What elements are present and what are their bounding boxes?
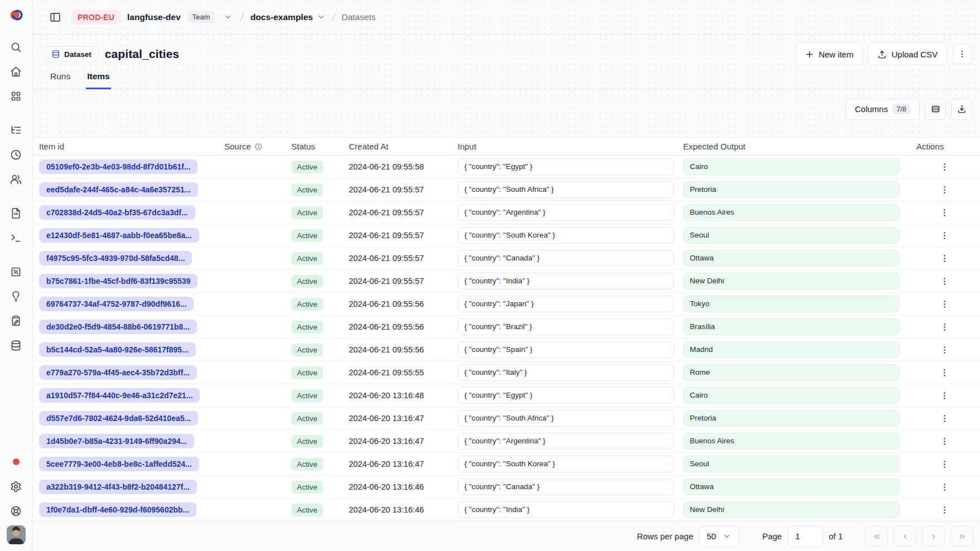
- expected-output-cell[interactable]: Brasília: [683, 318, 900, 335]
- item-id-badge[interactable]: f4975c95-5fc3-4939-970d-58fa5cd48...: [39, 251, 192, 265]
- expected-output-cell[interactable]: Buenos Aires: [683, 433, 900, 450]
- input-cell[interactable]: { "country": "South Africa" }: [458, 181, 674, 198]
- row-actions-button[interactable]: [936, 227, 953, 244]
- item-id-badge[interactable]: 69764737-34af-4752-9787-d90df9616...: [39, 297, 194, 311]
- last-page-button[interactable]: [950, 526, 973, 547]
- item-id-badge[interactable]: 05109ef0-2e3b-4e03-98dd-8f7d01b61f...: [39, 160, 198, 174]
- sidebar-item-insights[interactable]: [6, 286, 26, 306]
- expected-output-cell[interactable]: New Delhi: [683, 501, 900, 518]
- input-cell[interactable]: { "country": "Spain" }: [458, 341, 674, 358]
- export-download-button[interactable]: [951, 99, 972, 120]
- item-id-badge[interactable]: 1d45b0e7-b85a-4231-9149-6ff90a294...: [39, 434, 194, 448]
- row-actions-button[interactable]: [936, 433, 953, 450]
- sidebar-item-settings[interactable]: [6, 476, 26, 496]
- expected-output-cell[interactable]: Cairo: [683, 387, 900, 404]
- input-cell[interactable]: { "country": "South Korea" }: [458, 227, 674, 244]
- input-cell[interactable]: { "country": "Italy" }: [458, 364, 674, 381]
- input-cell[interactable]: { "country": "India" }: [458, 273, 674, 289]
- expected-output-cell[interactable]: Tokyo: [683, 296, 900, 312]
- expected-output-cell[interactable]: Buenos Aires: [683, 204, 900, 221]
- input-cell[interactable]: { "country": "Argentina" }: [458, 433, 674, 450]
- input-cell[interactable]: { "country": "Canada" }: [458, 478, 674, 495]
- input-cell[interactable]: { "country": "Argentina" }: [458, 204, 674, 221]
- row-actions-button[interactable]: [936, 478, 953, 495]
- user-avatar[interactable]: [7, 525, 26, 544]
- column-header-input[interactable]: Input: [458, 142, 683, 151]
- row-height-button[interactable]: [925, 99, 946, 120]
- sidebar-item-users[interactable]: [6, 169, 26, 189]
- row-actions-button[interactable]: [936, 387, 953, 404]
- item-id-badge[interactable]: a1910d57-7f84-440c-9e46-a31c2d7e21...: [39, 388, 200, 403]
- row-actions-button[interactable]: [936, 501, 953, 518]
- item-id-badge[interactable]: 5cee7779-3e00-4eb8-be8c-1affedd524...: [39, 457, 199, 471]
- item-id-badge[interactable]: de30d2e0-f5d9-4854-88b6-0619771b8...: [39, 320, 197, 334]
- item-id-badge[interactable]: 1f0e7da1-dbff-4e60-929d-f6095602bb...: [39, 502, 196, 517]
- input-cell[interactable]: { "country": "South Korea" }: [458, 456, 674, 472]
- sidebar-item-tracing[interactable]: [6, 120, 26, 140]
- row-actions-button[interactable]: [936, 318, 953, 335]
- sidebar-toggle-button[interactable]: [46, 8, 65, 27]
- sidebar-item-sessions[interactable]: [6, 144, 26, 165]
- sidebar-item-dashboards[interactable]: [6, 86, 26, 106]
- input-cell[interactable]: { "country": "Brazil" }: [458, 318, 674, 335]
- item-id-badge[interactable]: eed5dafe-244f-465c-a84c-4a6e357251...: [39, 182, 198, 197]
- row-actions-button[interactable]: [936, 204, 953, 221]
- expected-output-cell[interactable]: Rome: [683, 364, 900, 381]
- previous-page-button[interactable]: [893, 526, 916, 547]
- column-header-status[interactable]: Status: [291, 142, 349, 151]
- item-id-badge[interactable]: c702838d-24d5-40a2-bf35-67dc3a3df...: [39, 205, 195, 220]
- sidebar-item-support[interactable]: [6, 501, 26, 521]
- expected-output-cell[interactable]: Seoul: [683, 227, 900, 244]
- expected-output-cell[interactable]: New Delhi: [683, 273, 900, 289]
- sidebar-item-home[interactable]: [6, 61, 26, 81]
- item-id-badge[interactable]: a322b319-9412-4f43-b8f2-b20484127f...: [39, 480, 197, 494]
- sidebar-item-evaluation[interactable]: [6, 262, 26, 282]
- expected-output-cell[interactable]: Cairo: [683, 158, 900, 175]
- row-actions-button[interactable]: [936, 181, 953, 198]
- row-actions-button[interactable]: [936, 410, 953, 427]
- columns-button[interactable]: Columns 7/8: [846, 99, 920, 120]
- new-item-button[interactable]: New item: [795, 43, 863, 65]
- input-cell[interactable]: { "country": "South Africa" }: [458, 410, 674, 427]
- expected-output-cell[interactable]: Seoul: [683, 456, 900, 472]
- breadcrumb-section[interactable]: Datasets: [342, 12, 376, 22]
- expected-output-cell[interactable]: Ottawa: [683, 250, 900, 267]
- org-switcher-button[interactable]: [222, 11, 234, 23]
- item-id-badge[interactable]: e779a270-579a-4f45-aec4-35b72d3bff...: [39, 365, 197, 380]
- item-id-badge[interactable]: b75c7861-1fbe-45cf-bdf6-83f139c95539: [39, 274, 198, 288]
- expected-output-cell[interactable]: Ottawa: [683, 478, 900, 495]
- column-header-item-id[interactable]: Item id: [39, 142, 224, 151]
- tab-items[interactable]: Items: [86, 67, 111, 89]
- row-actions-button[interactable]: [936, 296, 953, 312]
- sidebar-item-search[interactable]: [6, 37, 26, 57]
- tab-runs[interactable]: Runs: [49, 67, 71, 89]
- column-header-expected-output[interactable]: Expected Output: [683, 142, 909, 151]
- item-id-badge[interactable]: b5c144cd-52a5-4a80-926e-58617f895...: [39, 342, 196, 357]
- row-actions-button[interactable]: [936, 341, 953, 358]
- expected-output-cell[interactable]: Pretoria: [683, 410, 900, 427]
- page-number-input[interactable]: [787, 526, 823, 547]
- input-cell[interactable]: { "country": "Egypt" }: [458, 158, 674, 175]
- rows-per-page-select[interactable]: 50: [699, 526, 739, 547]
- item-id-badge[interactable]: e12430df-5e81-4687-aabb-f0ea65be8a...: [39, 228, 199, 243]
- sidebar-item-datasets[interactable]: [6, 335, 26, 355]
- upload-csv-button[interactable]: Upload CSV: [868, 43, 947, 65]
- row-actions-button[interactable]: [936, 456, 953, 472]
- page-more-actions-button[interactable]: [952, 44, 972, 64]
- expected-output-cell[interactable]: Pretoria: [683, 181, 900, 198]
- first-page-button[interactable]: [865, 526, 888, 547]
- next-page-button[interactable]: [922, 526, 945, 547]
- input-cell[interactable]: { "country": "Japan" }: [458, 296, 674, 312]
- breadcrumb-org[interactable]: langfuse-dev: [127, 12, 181, 22]
- column-header-created-at[interactable]: Created At: [349, 142, 458, 151]
- row-actions-button[interactable]: [936, 158, 953, 175]
- input-cell[interactable]: { "country": "Canada" }: [458, 250, 674, 267]
- sidebar-item-prompts[interactable]: [6, 203, 26, 223]
- sidebar-item-playground[interactable]: [6, 228, 26, 248]
- expected-output-cell[interactable]: Madrid: [683, 341, 900, 358]
- row-actions-button[interactable]: [936, 250, 953, 267]
- row-actions-button[interactable]: [936, 364, 953, 381]
- column-header-source[interactable]: Source: [224, 142, 291, 151]
- sidebar-item-annotation[interactable]: [6, 311, 26, 331]
- recording-status-button[interactable]: [6, 452, 26, 472]
